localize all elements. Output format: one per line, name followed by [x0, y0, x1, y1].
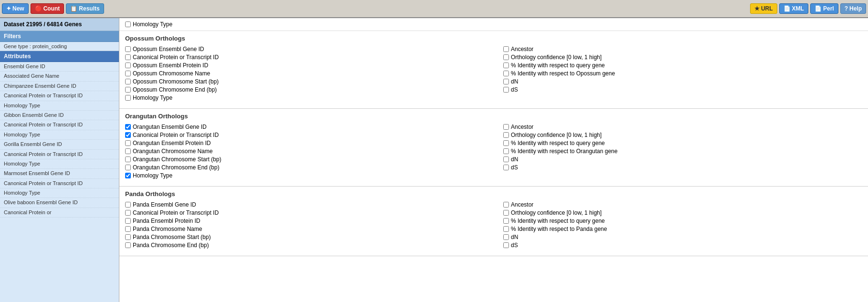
dataset-value: 21995 / 64814 Genes — [26, 21, 82, 28]
checkbox-label: dS — [511, 86, 518, 93]
checkbox-row: Orangutan Ensembl Gene ID — [125, 124, 484, 130]
checkbox-%-identity-with-resp[interactable] — [503, 71, 509, 76]
checkbox-row: % Identity with respect to query gene — [503, 62, 862, 69]
checkbox-canonical-protein-or[interactable] — [125, 132, 131, 138]
checkbox-homology-type[interactable] — [125, 95, 131, 101]
perl-button[interactable]: 📄Perl — [810, 3, 838, 14]
checkbox-orangutan-ensembl-ge[interactable] — [125, 124, 131, 130]
checkbox-panda-ensembl-gene-i[interactable] — [125, 202, 131, 208]
top-homology-checkbox[interactable] — [125, 21, 131, 27]
sidebar-attr-item: Homology Type — [0, 130, 119, 140]
count-icon: 🔴 — [35, 5, 42, 12]
col-right-panda: AncestorOrthology confidence [0 low, 1 h… — [494, 201, 862, 250]
checkbox-row: dS — [503, 242, 862, 249]
section-title-panda: Panda Orthologs — [125, 190, 862, 198]
checkbox-orangutan-ensembl-pr[interactable] — [125, 140, 131, 146]
checkbox-row: Canonical Protein or Transcript ID — [125, 209, 484, 216]
checkbox-orthology-confidence[interactable] — [503, 54, 509, 60]
sidebar-filter-item: Gene type : protein_coding — [0, 42, 119, 51]
sidebar-attr-item: Canonical Protein or Transcript ID — [0, 150, 119, 159]
checkbox-row: dN — [503, 78, 862, 85]
checkbox-opossum-chromosome-e[interactable] — [125, 87, 131, 93]
checkbox-%-identity-with-resp[interactable] — [503, 148, 509, 154]
checkbox-ancestor[interactable] — [503, 202, 509, 208]
checkbox-row: Canonical Protein or Transcript ID — [125, 132, 484, 138]
checkbox-row: Ancestor — [503, 46, 862, 52]
checkbox-orangutan-chromosome[interactable] — [125, 148, 131, 154]
checkbox-row: % Identity with respect to query gene — [503, 218, 862, 224]
checkbox-homology-type[interactable] — [125, 173, 131, 178]
url-button[interactable]: ★URL — [750, 3, 777, 14]
section-title-opossum: Opossum Orthologs — [125, 35, 862, 42]
url-icon: ★ — [754, 5, 760, 12]
checkbox-%-identity-with-resp[interactable] — [503, 62, 509, 68]
sidebar-attr-item: Chimpanzee Ensembl Gene ID — [0, 82, 119, 91]
results-button[interactable]: 📋Results — [66, 3, 104, 14]
checkbox-ancestor[interactable] — [503, 124, 509, 130]
xml-icon: 📄 — [783, 5, 791, 12]
checkbox-ds[interactable] — [503, 87, 509, 93]
col-left-panda: Panda Ensembl Gene IDCanonical Protein o… — [125, 201, 494, 250]
checkbox-panda-chromosome-sta[interactable] — [125, 234, 131, 240]
checkbox-row: Panda Chromosome Start (bp) — [125, 234, 484, 240]
checkbox-label: Panda Ensembl Protein ID — [133, 218, 200, 224]
sidebar-attr-item: Homology Type — [0, 159, 119, 169]
checkbox-%-identity-with-resp[interactable] — [503, 218, 509, 224]
checkbox-dn[interactable] — [503, 156, 509, 162]
sidebar: Dataset 21995 / 64814 Genes Filters Gene… — [0, 18, 119, 302]
checkbox-panda-chromosome-end[interactable] — [125, 242, 131, 248]
top-homology-row: Homology Type — [119, 18, 868, 31]
checkbox-panda-ensembl-protei[interactable] — [125, 218, 131, 224]
checkbox-row: dN — [503, 156, 862, 163]
checkbox-panda-chromosome-nam[interactable] — [125, 226, 131, 232]
sidebar-attr-items: Ensembl Gene IDAssociated Gene NameChimp… — [0, 62, 119, 218]
checkbox-row: % Identity with respect to Opossum gene — [503, 70, 862, 77]
checkbox-dn[interactable] — [503, 234, 509, 240]
xml-button[interactable]: 📄XML — [779, 3, 808, 14]
sidebar-attr-item: Gorilla Ensembl Gene ID — [0, 140, 119, 149]
checkbox-%-identity-with-resp[interactable] — [503, 140, 509, 146]
checkbox-row: dS — [503, 86, 862, 93]
col-right-opossum: AncestorOrthology confidence [0 low, 1 h… — [494, 46, 862, 103]
checkbox-row: Orthology confidence [0 low, 1 high] — [503, 54, 862, 61]
section-panda: Panda OrthologsPanda Ensembl Gene IDCano… — [119, 187, 868, 256]
checkbox-label: dN — [511, 156, 518, 163]
checkbox-ds[interactable] — [503, 165, 509, 170]
checkbox-label: Canonical Protein or Transcript ID — [133, 54, 219, 61]
checkbox-canonical-protein-or[interactable] — [125, 54, 131, 60]
checkbox-row: Orangutan Chromosome Name — [125, 148, 484, 155]
checkbox-opossum-chromosome-s[interactable] — [125, 79, 131, 84]
checkbox-opossum-chromosome-n[interactable] — [125, 71, 131, 76]
checkbox-row: Homology Type — [125, 172, 484, 179]
checkbox-label: Opossum Chromosome Start (bp) — [133, 78, 219, 85]
checkbox-orangutan-chromosome[interactable] — [125, 156, 131, 162]
checkbox-row: Orthology confidence [0 low, 1 high] — [503, 209, 862, 216]
help-button[interactable]: ?Help — [840, 3, 866, 14]
checkbox-label: Opossum Ensembl Protein ID — [133, 62, 208, 69]
checkbox-row: Opossum Chromosome Start (bp) — [125, 78, 484, 85]
checkbox-label: Panda Chromosome Start (bp) — [133, 234, 211, 240]
section-opossum: Opossum OrthologsOpossum Ensembl Gene ID… — [119, 31, 868, 109]
checkbox-label: % Identity with respect to query gene — [511, 62, 605, 69]
checkbox-orangutan-chromosome[interactable] — [125, 165, 131, 170]
sidebar-attr-item: Ensembl Gene ID — [0, 62, 119, 72]
checkbox-orthology-confidence[interactable] — [503, 132, 509, 138]
checkbox-label: % Identity with respect to Orangutan gen… — [511, 148, 617, 155]
checkbox-label: dS — [511, 164, 518, 171]
checkbox-%-identity-with-resp[interactable] — [503, 226, 509, 232]
checkbox-ds[interactable] — [503, 242, 509, 248]
dataset-header: Dataset 21995 / 64814 Genes — [0, 18, 119, 31]
checkbox-dn[interactable] — [503, 79, 509, 84]
checkbox-canonical-protein-or[interactable] — [125, 210, 131, 216]
checkbox-label: Homology Type — [133, 172, 172, 179]
checkbox-label: Orangutan Ensembl Protein ID — [133, 140, 211, 146]
new-button[interactable]: ✦New — [2, 3, 29, 14]
checkbox-row: Canonical Protein or Transcript ID — [125, 54, 484, 61]
checkbox-ancestor[interactable] — [503, 46, 509, 52]
checkbox-label: Orthology confidence [0 low, 1 high] — [511, 54, 602, 61]
checkbox-opossum-ensembl-gene[interactable] — [125, 46, 131, 52]
checkbox-opossum-ensembl-prot[interactable] — [125, 62, 131, 68]
count-button[interactable]: 🔴Count — [31, 3, 64, 14]
checkbox-orthology-confidence[interactable] — [503, 210, 509, 216]
checkbox-label: % Identity with respect to query gene — [511, 140, 605, 146]
